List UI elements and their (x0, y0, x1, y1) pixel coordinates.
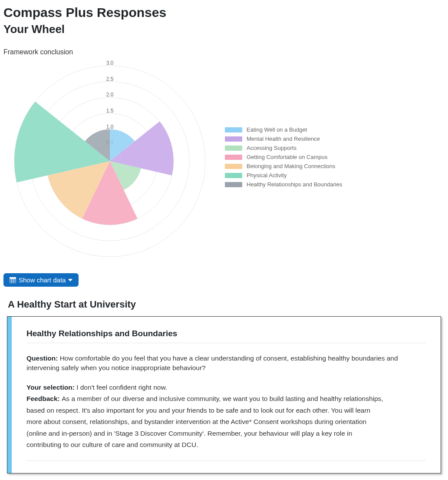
legend-swatch (225, 173, 242, 178)
legend-label: Healthy Relationships and Boundaries (247, 181, 342, 188)
legend-label: Mental Health and Resilience (247, 136, 320, 142)
legend-item[interactable]: Physical Activity (225, 172, 342, 179)
card-title: Healthy Relationships and Boundaries (26, 329, 426, 338)
feedback-line: (online and in-person) and in 'Stage 3 D… (26, 429, 426, 438)
legend-label: Physical Activity (247, 172, 287, 179)
question-label: Question: (26, 354, 58, 362)
page-title: Compass Plus Responses (3, 5, 445, 20)
legend-swatch (225, 127, 242, 132)
feedback-line: Feedback: As a member of our diverse and… (26, 394, 426, 404)
feedback-label: Feedback: (26, 395, 62, 402)
svg-text:1.5: 1.5 (106, 108, 114, 114)
legend-item[interactable]: Belonging and Making Connections (225, 163, 342, 169)
chart-legend: Eating Well on a BudgetMental Health and… (225, 126, 342, 190)
legend-label: Eating Well on a Budget (247, 126, 307, 133)
legend-item[interactable]: Healthy Relationships and Boundaries (225, 181, 342, 188)
svg-rect-12 (10, 277, 16, 279)
selection-text: I don't feel confident right now. (76, 384, 167, 391)
feedback-line: based on respect. It's also important fo… (26, 406, 426, 415)
button-label: Show chart data (19, 276, 66, 284)
svg-text:1.0: 1.0 (106, 124, 114, 130)
show-chart-data-button[interactable]: Show chart data (3, 273, 79, 287)
legend-label: Belonging and Making Connections (247, 163, 336, 169)
legend-swatch (225, 182, 242, 187)
legend-item[interactable]: Eating Well on a Budget (225, 126, 342, 133)
svg-text:3.0: 3.0 (106, 60, 114, 66)
divider (26, 343, 426, 343)
legend-swatch (225, 146, 242, 151)
divider (26, 460, 426, 461)
section-heading: A Healthy Start at University (8, 299, 445, 310)
svg-text:2.5: 2.5 (106, 76, 114, 82)
legend-label: Accessing Supports (247, 145, 296, 151)
legend-swatch (225, 164, 242, 169)
legend-label: Getting Comfortable on Campus (247, 154, 327, 160)
legend-swatch (225, 155, 242, 160)
conclusion-label: Framework conclusion (3, 48, 445, 56)
legend-item[interactable]: Accessing Supports (225, 145, 342, 151)
feedback-card: Healthy Relationships and Boundaries Que… (7, 316, 441, 473)
feedback-line: more about consent, relationships, and b… (26, 417, 426, 427)
selection-row: Your selection: I don't feel confident r… (26, 383, 426, 392)
legend-swatch (225, 136, 242, 142)
question-row: Question: How comfortable do you feel th… (26, 354, 426, 373)
chevron-down-icon (68, 279, 72, 281)
legend-item[interactable]: Getting Comfortable on Campus (225, 154, 342, 160)
grid-icon (10, 277, 16, 283)
selection-label: Your selection: (26, 384, 75, 391)
page-subtitle: Your Wheel (3, 23, 445, 36)
feedback-block: Feedback: As a member of our diverse and… (26, 394, 426, 450)
feedback-line: contributing to our culture of care and … (26, 440, 426, 450)
polar-chart: 0.51.01.52.02.53.0 (3, 57, 212, 270)
legend-item[interactable]: Mental Health and Resilience (225, 136, 342, 142)
svg-text:2.0: 2.0 (106, 92, 114, 98)
question-text: How comfortable do you feel that you hav… (26, 354, 398, 371)
